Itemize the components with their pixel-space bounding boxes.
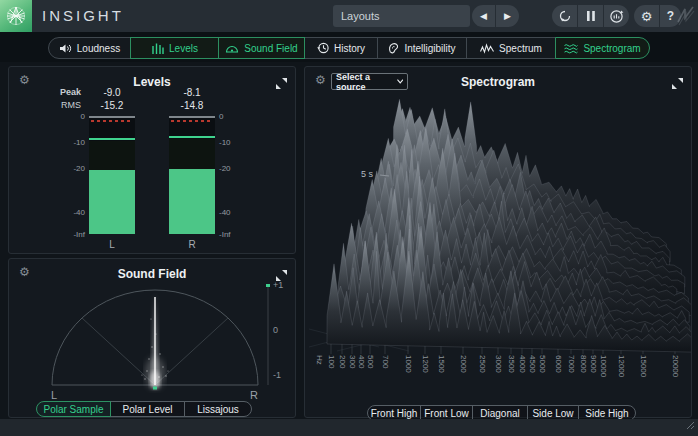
tab-label: History [334, 43, 365, 54]
wave-icon [676, 4, 696, 28]
sound-field-panel: ⚙ Sound Field [8, 258, 296, 418]
rms-value-left: -15.2 [89, 100, 135, 111]
rms-row-label: RMS [39, 100, 81, 110]
db-tick-label: -10 [9, 138, 85, 147]
insight-window: INSIGHT Layouts ◀ ▶ [0, 0, 698, 436]
clip-warning-dashes [171, 120, 213, 122]
freq-label: Hz [315, 355, 324, 365]
settings-button[interactable]: ⚙ [634, 5, 659, 27]
gear-icon: ⚙ [641, 9, 653, 24]
peak-row-label: Peak [39, 87, 81, 97]
view-tab-bar: Loudness Levels Sound Field [0, 32, 698, 62]
tab-intelligibility[interactable]: Intelligibility [377, 37, 467, 59]
next-layout-button[interactable]: ▶ [495, 5, 519, 27]
lissajous-button[interactable]: Lissajous [184, 401, 252, 417]
freq-label: 100 [327, 355, 336, 368]
freq-label: 7000 [567, 355, 576, 373]
meter-refresh-icon [609, 9, 624, 24]
time-axis-label: 5 s [361, 169, 373, 179]
freq-label: 3000 [494, 355, 503, 373]
tab-spectrogram[interactable]: Spectrogram [555, 37, 650, 59]
clip-warning-dashes [91, 120, 133, 122]
source-selector-value: Select a source [336, 72, 397, 92]
peak-hold-line [89, 138, 135, 140]
top-bar: INSIGHT Layouts ◀ ▶ [0, 0, 698, 32]
pause-button[interactable] [577, 5, 603, 27]
correlation-tick-plus1: +1 [273, 280, 283, 290]
tab-label: Sound Field [244, 43, 297, 54]
sound-field-mode-switcher: Polar Sample Polar Level Lissajous [36, 401, 252, 417]
tab-spectrum[interactable]: Spectrum [466, 37, 556, 59]
prev-layout-button[interactable]: ◀ [472, 5, 495, 27]
peak-value-left: -9.0 [89, 87, 135, 98]
history-clock-icon [317, 42, 329, 54]
levels-expand-icon[interactable] [276, 75, 287, 93]
channel-label-left: L [89, 239, 135, 250]
tab-label: Loudness [77, 43, 120, 54]
db-tick-label: -10 [219, 138, 259, 147]
tab-loudness[interactable]: Loudness [48, 37, 131, 59]
freq-label: 200 [338, 355, 347, 368]
reset-meters-button[interactable] [603, 5, 629, 27]
chevron-down-icon [397, 79, 403, 84]
tab-levels[interactable]: Levels [130, 37, 219, 59]
meter-right-channel [169, 116, 215, 234]
pause-icon [586, 10, 596, 22]
meter-shade [169, 139, 215, 169]
transport-group [552, 5, 629, 27]
spectrum-icon [480, 43, 494, 54]
source-selector-dropdown[interactable]: Select a source [331, 73, 408, 90]
right-channel-label: R [250, 389, 258, 401]
db-tick-label: -Inf [219, 230, 259, 239]
db-tick-label: -20 [9, 164, 85, 173]
db-tick-label: -40 [219, 208, 259, 217]
freq-label: 1000 [404, 355, 413, 373]
db-tick-label: -Inf [9, 230, 85, 239]
freq-label: 5000 [538, 355, 547, 373]
peak-value-right: -8.1 [169, 87, 215, 98]
layout-nav: ◀ ▶ [472, 5, 519, 27]
tab-sound-field[interactable]: Sound Field [218, 37, 305, 59]
freq-label: 2500 [478, 355, 487, 373]
rms-value-right: -14.8 [169, 100, 215, 111]
app-title: INSIGHT [42, 7, 124, 24]
ear-icon [388, 42, 399, 54]
help-icon: ? [667, 9, 674, 23]
meter-fill [169, 169, 215, 234]
polar-sample-button[interactable]: Polar Sample [36, 401, 111, 417]
tab-history[interactable]: History [304, 37, 378, 59]
freq-label: 9000 [589, 355, 598, 373]
freq-label: 500 [366, 355, 375, 368]
levels-panel: ⚙ Levels Peak RMS -9.0 -15.2 -8.1 -14.8 … [8, 66, 296, 254]
freq-label: 700 [381, 355, 390, 368]
level-bars-icon [151, 43, 164, 54]
speaker-icon [59, 43, 72, 54]
tab-label: Intelligibility [404, 43, 455, 54]
layouts-label: Layouts [341, 10, 380, 22]
spectrogram-expand-icon[interactable] [672, 75, 683, 93]
izotope-wave-logo [676, 4, 696, 32]
freq-label: 3500 [507, 355, 516, 373]
db-tick-label: -20 [219, 164, 259, 173]
freq-label: 300 [348, 355, 357, 368]
starburst-icon [5, 5, 27, 27]
correlation-tick-minus1: -1 [273, 370, 281, 380]
spectrogram-waves-icon [564, 43, 578, 54]
balance-marker [153, 387, 157, 390]
layouts-dropdown[interactable]: Layouts [333, 5, 470, 27]
freq-label: 20000 [671, 355, 680, 377]
freq-label: 1500 [437, 355, 446, 373]
window-footer [0, 419, 698, 436]
tab-label: Levels [169, 43, 198, 54]
peak-hold-line [169, 136, 215, 138]
freq-label: 10000 [599, 355, 608, 377]
loop-reset-button[interactable] [552, 5, 577, 27]
waterfall-3d-display [307, 93, 691, 355]
freq-label: 4500 [528, 355, 537, 373]
resize-grip[interactable] [683, 416, 695, 434]
polar-level-button[interactable]: Polar Level [110, 401, 185, 417]
izotope-logo [0, 0, 32, 32]
tabs-row: Loudness Levels Sound Field [48, 37, 650, 59]
meter-left-channel [89, 116, 135, 234]
zero-db-line [89, 116, 135, 118]
